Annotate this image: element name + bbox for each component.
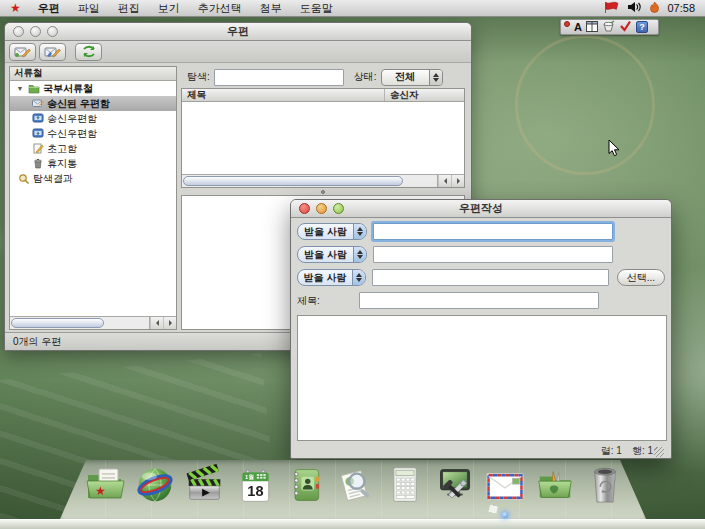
stepper-arrows-icon[interactable] bbox=[352, 270, 365, 285]
folder-sidebar: 서류철 ▼ 국부서류철 송신된 우편함 송신우편함 수신우편함 bbox=[9, 66, 177, 330]
minimize-button[interactable] bbox=[30, 26, 41, 37]
calculator-icon bbox=[386, 464, 424, 506]
message-table-header: 제목 송신자 bbox=[182, 89, 464, 102]
scrollbar-thumb[interactable] bbox=[11, 318, 104, 328]
tree-item-label: 송신된 우편함 bbox=[47, 97, 110, 111]
columns-icon[interactable] bbox=[586, 21, 598, 34]
menu-file[interactable]: 파일 bbox=[69, 1, 109, 16]
dock-bottom-strip bbox=[0, 519, 705, 529]
tree-item-drafts[interactable]: 초고함 bbox=[10, 141, 176, 156]
flag-tray-icon[interactable] bbox=[603, 1, 620, 16]
tree-item-trash[interactable]: 휴지통 bbox=[10, 156, 176, 171]
minimize-button[interactable] bbox=[316, 203, 327, 214]
flame-tray-icon[interactable] bbox=[649, 1, 660, 16]
scroll-right-button[interactable] bbox=[163, 317, 176, 329]
subject-input[interactable] bbox=[359, 292, 599, 309]
tree-item-sent-mailbox[interactable]: 송신된 우편함 bbox=[10, 96, 176, 111]
dock-item-utilities-folder[interactable] bbox=[532, 462, 578, 506]
disclosure-triangle-icon[interactable]: ▼ bbox=[15, 85, 25, 92]
web-browser-globe-icon bbox=[134, 464, 176, 506]
speaker-volume-icon[interactable] bbox=[627, 1, 642, 15]
recipient-input[interactable] bbox=[373, 223, 613, 240]
message-table: 제목 송신자 bbox=[181, 88, 465, 188]
compose-window: 우편작성 받을 사람 받을 사람 받을 사람 선택... 제목: bbox=[290, 199, 672, 459]
sidebar-header[interactable]: 서류철 bbox=[10, 67, 176, 81]
message-body-textarea[interactable] bbox=[297, 315, 667, 441]
tree-item-root-folder[interactable]: ▼ 국부서류철 bbox=[10, 81, 176, 96]
tree-item-outbox[interactable]: 송신우편함 bbox=[10, 111, 176, 126]
search-row: 탐색: 상태: 전체 bbox=[181, 66, 465, 88]
resize-grip[interactable] bbox=[654, 447, 664, 457]
help-icon[interactable]: ? bbox=[636, 21, 648, 33]
recipient-type-dropdown[interactable]: 받을 사람 bbox=[297, 246, 367, 263]
zoom-button[interactable] bbox=[47, 26, 58, 37]
dock-item-trash[interactable] bbox=[582, 462, 628, 506]
recipient-input[interactable] bbox=[373, 246, 613, 263]
recipient-type-dropdown[interactable]: 받을 사람 bbox=[297, 269, 366, 286]
reply-mail-button[interactable] bbox=[39, 43, 66, 61]
sidebar-horizontal-scrollbar[interactable] bbox=[10, 316, 176, 329]
scroll-left-button[interactable] bbox=[438, 175, 451, 187]
inbox-icon bbox=[32, 128, 44, 140]
mail-toolbar bbox=[5, 41, 471, 63]
dock-item-system-tools[interactable] bbox=[432, 462, 478, 506]
stepper-arrows-icon[interactable] bbox=[353, 247, 366, 262]
compose-mail-button[interactable] bbox=[9, 43, 36, 61]
dock-item-file-manager[interactable]: ★ bbox=[82, 462, 128, 506]
pane-splitter[interactable] bbox=[181, 188, 465, 195]
column-header-sender[interactable]: 송신자 bbox=[385, 89, 464, 101]
message-list[interactable] bbox=[182, 102, 464, 174]
dock-item-calendar[interactable]: 1월 18 bbox=[232, 462, 278, 506]
dock-item-mail[interactable] bbox=[482, 462, 528, 506]
scroll-right-button[interactable] bbox=[451, 175, 464, 187]
dock-item-media-player[interactable] bbox=[182, 462, 228, 506]
splitter-handle-icon bbox=[321, 190, 325, 194]
recipient-row: 받을 사람 bbox=[297, 246, 665, 263]
menu-extra[interactable]: 추가선택 bbox=[189, 1, 251, 16]
menu-bar: ★ 우편 파일 편집 보기 추가선택 첨부 도움말 07:58 bbox=[0, 0, 705, 17]
trash-can-icon bbox=[586, 464, 624, 506]
menu-help[interactable]: 도움말 bbox=[291, 1, 342, 16]
menu-app[interactable]: 우편 bbox=[29, 1, 69, 16]
select-recipient-button[interactable]: 선택... bbox=[617, 269, 665, 286]
tree-item-inbox[interactable]: 수신우편함 bbox=[10, 126, 176, 141]
floating-toolbar[interactable]: A ? bbox=[560, 19, 659, 35]
tree-item-search-results[interactable]: 탐색결과 bbox=[10, 171, 176, 186]
compose-window-titlebar[interactable]: 우편작성 bbox=[291, 200, 671, 218]
menu-edit[interactable]: 편집 bbox=[109, 1, 149, 16]
recipient-input[interactable] bbox=[372, 269, 609, 286]
message-list-horizontal-scrollbar[interactable] bbox=[182, 174, 464, 187]
search-input[interactable] bbox=[214, 69, 344, 86]
status-filter-dropdown[interactable]: 전체 bbox=[381, 69, 443, 86]
compose-statusbar: 렬: 1 행: 1 bbox=[297, 443, 665, 459]
dock-item-web-browser[interactable] bbox=[132, 462, 178, 506]
bucket-icon[interactable] bbox=[602, 20, 615, 34]
menu-attach[interactable]: 첨부 bbox=[251, 1, 291, 16]
close-icon[interactable] bbox=[564, 21, 570, 27]
letter-a-icon[interactable]: A bbox=[574, 22, 582, 33]
scroll-left-button[interactable] bbox=[150, 317, 163, 329]
close-button[interactable] bbox=[13, 26, 24, 37]
close-button[interactable] bbox=[299, 203, 310, 214]
draft-pencil-icon bbox=[32, 143, 44, 155]
column-header-subject[interactable]: 제목 bbox=[182, 89, 385, 101]
red-star-menu-icon[interactable]: ★ bbox=[6, 2, 29, 14]
menu-view[interactable]: 보기 bbox=[149, 1, 189, 16]
dock-item-address-book[interactable] bbox=[282, 462, 328, 506]
recipient-type-dropdown[interactable]: 받을 사람 bbox=[297, 223, 367, 240]
recipient-type-value: 받을 사람 bbox=[298, 247, 353, 262]
check-mail-button[interactable] bbox=[75, 43, 102, 61]
status-label: 상태: bbox=[354, 70, 377, 84]
recipient-type-value: 받을 사람 bbox=[298, 270, 352, 285]
dock-item-document-viewer[interactable] bbox=[332, 462, 378, 506]
stepper-arrows-icon[interactable] bbox=[353, 224, 366, 239]
mail-window-title: 우편 bbox=[5, 24, 471, 39]
compose-body: 받을 사람 받을 사람 받을 사람 선택... 제목: 렬: bbox=[291, 218, 671, 458]
red-check-icon[interactable] bbox=[619, 20, 632, 34]
scrollbar-thumb[interactable] bbox=[183, 176, 403, 186]
stepper-arrows-icon[interactable] bbox=[429, 70, 442, 85]
file-manager-icon: ★ bbox=[83, 462, 127, 506]
mail-window-titlebar[interactable]: 우편 bbox=[5, 23, 471, 41]
dock-item-calculator[interactable] bbox=[382, 462, 428, 506]
zoom-button[interactable] bbox=[333, 203, 344, 214]
